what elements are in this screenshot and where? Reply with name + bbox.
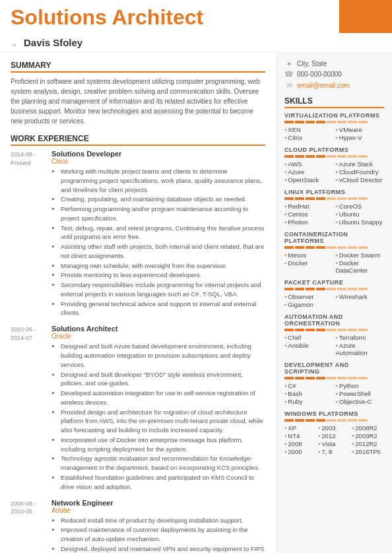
skills-cloud-heading: CLOUD PLATFORMS [284, 146, 384, 153]
skills-dev: DEVELOPMENT AND SCRIPTING •C# •Python •B… [284, 362, 384, 405]
bullet: Established foundation guidelines and pa… [61, 473, 265, 492]
skills-windows: WINDOWS PLATFORMS •XP •2003 •2008R2 •NT4… [284, 410, 384, 455]
skill-item: •7, 8 [318, 448, 350, 455]
skill-item: •CoreOS [336, 203, 385, 210]
skill-item: •Python [336, 382, 385, 389]
skill-item: •VMware [336, 126, 385, 133]
skill-item: •Ubuntu [336, 211, 385, 218]
bullet: Test, debug, repair, and retest programs… [61, 224, 265, 242]
work-entry-1: 2014-08 - Present Solutions Developer Ci… [11, 150, 265, 318]
skills-automation: AUTOMATION AND ORCHESTRATION •Chef •Terr… [284, 313, 384, 356]
skills-packet-heading: PACKET CAPTURE [284, 279, 384, 286]
skill-item: •vCloud Director [336, 176, 385, 183]
skill-item: •Observer [284, 293, 333, 300]
skill-item: •Docker Swarm [336, 251, 385, 259]
skill-item: •2003 [318, 424, 350, 432]
work-experience-heading: WORK EXPERIENCE [11, 134, 265, 146]
work-content-2: Solutions Architect Oracle Designed and … [51, 325, 265, 492]
skill-item: •Hyper-V [336, 134, 385, 141]
skill-item: •Docker DataCenter [336, 259, 385, 274]
skills-cloud-list: •AWS •Azure Stack •Azure •CloudFoundry •… [284, 160, 384, 183]
skill-item: •Docker [284, 259, 333, 274]
contact-email: ✉ email@email.com [284, 81, 384, 90]
skill-item: •CloudFoundry [336, 168, 385, 176]
work-date-2: 2010-06 - 2014-07 [11, 325, 51, 492]
skills-win-dots [284, 419, 384, 422]
skill-item: •Bash [284, 390, 333, 397]
bullet: Designed, deployed and maintained VPN an… [61, 544, 265, 553]
phone-text: 000-000-00000 [297, 71, 342, 78]
bullet: Designed and built developer "BYOD" styl… [61, 370, 265, 389]
bullet: Incorporated use of Docker into enterpri… [61, 436, 265, 454]
email-icon: ✉ [284, 81, 294, 90]
skill-item: •Terraform [336, 334, 385, 341]
skills-container: CONTAINERIZATION PLATFORMS •Mesos •Docke… [284, 231, 384, 274]
skill-item: •NT4 [284, 432, 317, 439]
skill-item: •OpenStack [284, 176, 333, 183]
work-content-1: Solutions Developer Cisco Working with m… [51, 150, 265, 318]
work-company-2: Oracle [51, 333, 265, 340]
header-accent-block [339, 0, 392, 33]
location-icon: ● [284, 59, 294, 67]
work-content-3: Network Engineer Adobe Reduced install t… [51, 499, 265, 554]
skill-item: •Azure [284, 168, 333, 176]
contact-phone: ☎ 000-000-00000 [284, 70, 384, 79]
skill-item: •Gigamon [284, 301, 333, 308]
skill-item: •Ansible [284, 342, 333, 356]
skill-item: •PowerShell [336, 390, 385, 397]
skill-item: •Ruby [284, 398, 333, 405]
skills-container-heading: CONTAINERIZATION PLATFORMS [284, 231, 384, 244]
skill-item: •2000 [284, 448, 317, 455]
skill-item [336, 301, 385, 308]
skill-item: •2008 [284, 440, 317, 447]
skills-auto-list: •Chef •Terraform •Ansible •Azure Automat… [284, 334, 384, 356]
skills-auto-dots [284, 329, 384, 331]
skills-virt-list: •XEN •VMware •Citrix •Hyper-V [284, 126, 384, 141]
contact-location: ● City, State [284, 59, 384, 67]
work-entry-3: 2006-08 - 2010-05 Network Engineer Adobe… [11, 499, 265, 554]
work-date-3: 2006-08 - 2010-05 [11, 499, 51, 554]
skill-item: •Mesos [284, 251, 333, 259]
bullet: Providing general technical advice and s… [61, 300, 265, 318]
skills-linux-heading: LINUX PLATFORMS [284, 189, 384, 195]
skills-cloud-dots [284, 155, 384, 158]
name-bar: ⌄ Davis Sfoley [0, 33, 392, 53]
skill-item: •2008R2 [352, 424, 384, 432]
skills-heading: SKILLS [284, 96, 384, 108]
skill-item: •Centos [284, 211, 333, 218]
work-title-2: Solutions Architect [51, 325, 265, 333]
bullet: Provide mentoring to less experienced de… [61, 271, 265, 280]
work-date-1: 2014-08 - Present [11, 150, 51, 318]
skill-item: •Citrix [284, 134, 333, 141]
skill-item: •2003R2 [352, 432, 384, 439]
skills-packet-dots [284, 288, 384, 290]
bullet: Improved maintenance of customer deploym… [61, 525, 265, 544]
work-bullets-3: Reduced install time of product by devel… [51, 516, 265, 554]
skills-linux-dots [284, 197, 384, 200]
summary-text: Proficient in software and systems devel… [11, 77, 265, 126]
skill-item: •Ubuntu Snappy [336, 218, 385, 226]
header: Solutions Architect [0, 0, 392, 33]
work-company-3: Adobe [51, 507, 265, 514]
skill-item: •2012R2 [352, 440, 384, 447]
skills-auto-heading: AUTOMATION AND ORCHESTRATION [284, 313, 384, 327]
skill-item: •Azure Stack [336, 160, 385, 168]
skill-item: •Wireshark [336, 293, 385, 300]
skills-container-list: •Mesos •Docker Swarm •Docker •Docker Dat… [284, 251, 384, 274]
work-title-1: Solutions Developer [51, 150, 265, 158]
skills-packet-list: •Observer •Wireshark •Gigamon [284, 293, 384, 308]
phone-icon: ☎ [284, 70, 294, 79]
skills-virt-dots [284, 121, 384, 123]
skills-virtualization: VIRTUALIZATION PLATFORMS •XEN •VMware •C… [284, 112, 384, 141]
email-link[interactable]: email@email.com [297, 82, 350, 89]
summary-heading: SUMMARY [11, 61, 265, 73]
main-layout: SUMMARY Proficient in software and syste… [0, 53, 392, 553]
skill-item: •C# [284, 382, 333, 389]
skills-virt-heading: VIRTUALIZATION PLATFORMS [284, 112, 384, 119]
bullet: Working with multiple project teams and … [61, 167, 265, 194]
bullet: Managing own schedule, with oversight fr… [61, 261, 265, 271]
location-text: City, State [297, 60, 327, 67]
skill-item: •Chef [284, 334, 333, 341]
work-company-1: Cisco [51, 158, 265, 165]
skills-win-heading: WINDOWS PLATFORMS [284, 410, 384, 417]
